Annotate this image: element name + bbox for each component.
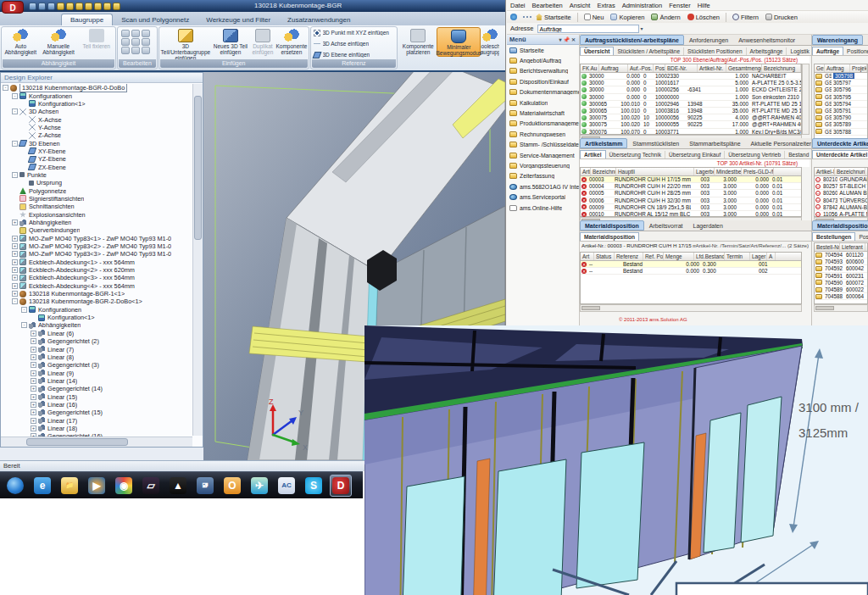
ribbon-tab-scan-und-polygonnetz[interactable]: Scan und Polygonnetz: [113, 14, 198, 25]
tree-item[interactable]: YZ-Ebene: [1, 155, 192, 163]
bestellung-row[interactable]: 704592600042: [815, 265, 867, 272]
menu-fenster[interactable]: Fenster: [665, 2, 693, 9]
bestellung-row[interactable]: 704588600064: [815, 293, 867, 300]
tree-item[interactable]: XY-Ebene: [1, 147, 192, 155]
komponente-ersetzen-button[interactable]: Komponente ersetzen: [276, 27, 307, 61]
table-row[interactable]: 300000.0000100023301.000NACHARBEIT: [581, 73, 801, 80]
tree-item[interactable]: +Eckblech-Abdeckung<4> - xxx 564mm: [1, 282, 192, 290]
filtern-button[interactable]: Filtern: [729, 12, 762, 23]
column-header[interactable]: FK Au: [581, 64, 599, 72]
tree-item[interactable]: Ursprung: [1, 179, 192, 186]
expand-toggle[interactable]: -: [12, 141, 18, 147]
tab-lagerdaten[interactable]: Lagerdaten: [687, 220, 727, 231]
column-header[interactable]: Referenz: [615, 253, 643, 260]
auftrag-row[interactable]: GS305789: [815, 121, 867, 128]
expand-toggle[interactable]: +: [12, 220, 18, 225]
expand-toggle[interactable]: +: [12, 291, 18, 297]
tab-arbeitsvorrat[interactable]: Arbeitsvorrat: [644, 220, 688, 231]
tab-auftragsst-cklisten-arbeitspl-ne[interactable]: Auftragsstücklisten/-arbeitspläne: [580, 35, 684, 45]
nav-item-dokumentenmanagement[interactable]: Dokumentenmanagement: [507, 87, 579, 97]
expand-toggle[interactable]: +: [12, 275, 18, 281]
tree-item[interactable]: X-Achse: [1, 115, 192, 123]
auto-abhaengigkeit-button[interactable]: Auto Abhängigkeit: [2, 27, 40, 55]
table-row[interactable]: ✕00009RUNDROHR CN 18/9 25x1,5 BLK0033.00…: [581, 204, 801, 211]
subtab-st-cklisten-arbeitspl-ne[interactable]: Stücklisten / Arbeitspläne: [614, 47, 684, 55]
expand-toggle[interactable]: -: [12, 93, 18, 99]
nav-item-kalkulation[interactable]: Kalkulation: [507, 97, 579, 108]
cad-tools-app[interactable]: ▲: [167, 475, 189, 497]
nav-item-materialwirtschaft[interactable]: Materialwirtschaft: [507, 108, 579, 118]
expand-toggle[interactable]: +: [12, 259, 18, 265]
bestellung-row[interactable]: 704590600072: [815, 280, 867, 286]
outlook[interactable]: O: [221, 475, 243, 497]
windows-explorer[interactable]: 📁: [58, 475, 81, 497]
tree-item[interactable]: -3D Ebenen: [1, 139, 192, 147]
column-header[interactable]: Lieferant: [840, 243, 865, 251]
subtab--bersetzung-technik[interactable]: Übersetzung Technik: [606, 151, 665, 158]
column-header[interactable]: Auf.-Pos.: [628, 64, 654, 72]
ndern-button[interactable]: Ändern: [648, 12, 683, 23]
save-icon[interactable]: [29, 3, 36, 10]
window-4-icon[interactable]: [85, 3, 92, 10]
minimaler-bewegungsmodus-button[interactable]: Minimaler Bewegungsmodus: [437, 27, 481, 57]
back-button[interactable]: [507, 12, 522, 23]
menu-bearbeiten[interactable]: Bearbeiten: [529, 2, 566, 9]
tree-item[interactable]: +Linear (17): [1, 416, 192, 424]
parallels-app[interactable]: ▱: [140, 475, 162, 497]
subtab-bestand[interactable]: Bestand: [785, 151, 813, 158]
column-header[interactable]: Menge: [664, 253, 694, 260]
bestellung-row[interactable]: 704594601120: [815, 252, 867, 259]
tab-stammst-cklisten[interactable]: Stammstücklisten: [627, 138, 684, 148]
table-row[interactable]: 300000.000010000256-63411.000ECKD CHTLEI…: [581, 86, 801, 93]
menu-extras[interactable]: Extras: [593, 2, 618, 9]
edit-tools-grid[interactable]: [118, 27, 157, 57]
tree-item[interactable]: +Abhängigkeiten: [1, 219, 192, 226]
auftrag-row[interactable]: GS305798: [815, 73, 867, 80]
expand-toggle[interactable]: +: [31, 331, 36, 336]
pen-icon[interactable]: [113, 3, 120, 10]
tab-materialdisposition[interactable]: Materialdisposition: [812, 220, 868, 231]
tree-item[interactable]: +Eckblech-Abdeckung<1> - xxx 564mm: [1, 259, 192, 266]
manuelle-abhaengigkeit-button[interactable]: Manuelle Abhängigkeit: [40, 27, 78, 55]
grid-horizontal-scrollbar[interactable]: [814, 304, 868, 312]
ribbon-tab-baugruppe[interactable]: Baugruppe: [61, 14, 113, 25]
forward-icon[interactable]: [523, 16, 525, 18]
column-header[interactable]: Artikel-Nr.: [698, 64, 726, 72]
column-header[interactable]: Bestell-Nr. ▾: [815, 243, 840, 251]
column-header[interactable]: Projekt: [850, 64, 867, 72]
subtab--bersetzung-einkauf[interactable]: Übersetzung Einkauf: [665, 151, 725, 158]
table-row[interactable]: ✕00005RUNDROHR CU/H H 28/25 mm BLC0033.0…: [581, 190, 801, 197]
tab-materialdisposition[interactable]: Materialdisposition: [580, 220, 644, 231]
subtab-unterdeckte-artikel[interactable]: Unterdeckte Artikel: [812, 150, 868, 158]
table-row[interactable]: 300065100.0100100029461394835.000RT-PLAT…: [581, 101, 801, 108]
nav-item-zeiterfassung[interactable]: Zeiterfassung: [507, 171, 579, 181]
column-header[interactable]: Pos.: [654, 64, 665, 72]
expand-toggle[interactable]: -: [12, 108, 18, 114]
alibre-swoosh[interactable]: ✈: [248, 475, 270, 497]
tree-item[interactable]: Polygonnetze: [1, 186, 192, 194]
nav-item-ams-serviceportal[interactable]: ams.Serviceportal: [507, 192, 579, 202]
column-header[interactable]: Lager: [750, 253, 767, 260]
tree-item[interactable]: +Linear (8): [1, 353, 192, 361]
nav-item-produktionsmanagement[interactable]: Produktionsmanagement: [507, 119, 579, 129]
column-header[interactable]: Gesamtmenge: [726, 64, 762, 72]
tree-item[interactable]: +MO-ZwP MO40 Typ83<3> - ZwP MO40 Typ93 M…: [1, 250, 192, 258]
column-header[interactable]: Mindestbestand: [715, 168, 742, 175]
expand-toggle[interactable]: +: [31, 370, 36, 376]
tree-item[interactable]: +Eckblech-Abdeckung<3> - xxx 564mm: [1, 274, 192, 281]
nav-item-angebot-auftrag[interactable]: Angebot/Auftrag: [507, 55, 579, 65]
menu-hilfe[interactable]: Hilfe: [694, 2, 714, 9]
column-header[interactable]: Ref. Pos.: [643, 253, 664, 260]
kopieren-button[interactable]: Kopieren: [607, 12, 648, 23]
unterdeckt-row[interactable]: –87842ALUMAN-BL: [815, 204, 867, 211]
referenz-item[interactable]: 3D Punkt mit XYZ einfügen: [311, 27, 398, 38]
tree-item[interactable]: -Konfigurationen: [1, 306, 192, 314]
ribbon-tab-werkzeuge-und-filter[interactable]: Werkzeuge und Filter: [198, 14, 279, 25]
expand-toggle[interactable]: +: [31, 418, 36, 424]
tab-stammarbeitspl-ne[interactable]: Stammarbeitspläne: [684, 138, 745, 148]
tree-item[interactable]: Querverbindungen: [1, 226, 192, 234]
window-3-icon[interactable]: [75, 3, 83, 10]
auftrag-row[interactable]: GS305788: [815, 129, 867, 136]
subtab-materialdisposition[interactable]: Materialdisposition: [580, 232, 639, 241]
expand-toggle[interactable]: +: [12, 236, 18, 242]
